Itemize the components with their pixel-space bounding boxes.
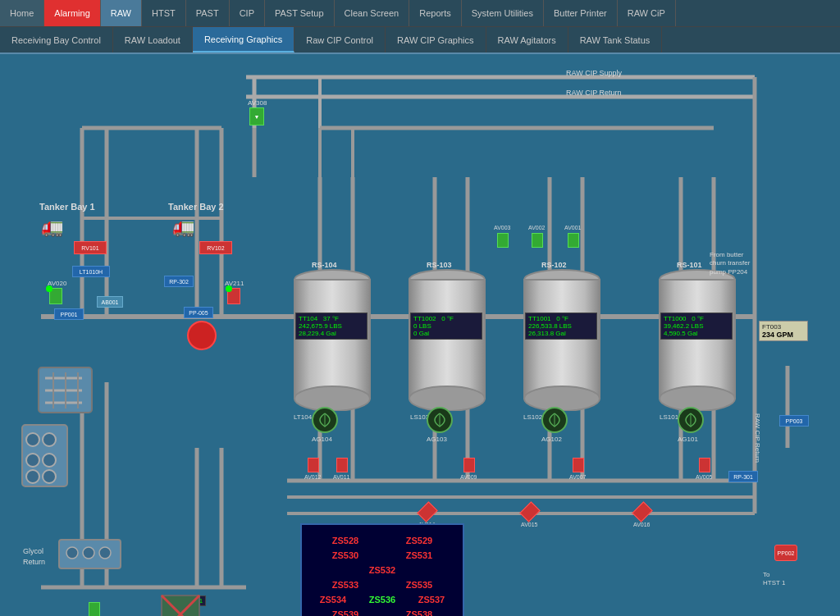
status-row-2: ZS530 ZS531 (308, 550, 456, 561)
top-navigation: Home Alarming RAW HTST PAST CIP PAST Set… (0, 0, 840, 27)
svg-point-59 (43, 470, 56, 483)
nav-reports[interactable]: Reports (409, 0, 462, 26)
pp003[interactable]: PP003 (779, 415, 809, 427)
gpm-value: 234 GPM (762, 331, 805, 339)
av012-label: AV012 (304, 474, 322, 480)
rv101[interactable]: RV101 (74, 241, 107, 254)
rv102[interactable]: RV102 (199, 241, 232, 254)
subnav-raw-loadout[interactable]: RAW Loadout (113, 27, 193, 52)
rs103-label: RS-103 (427, 261, 452, 269)
lt104-label: LT104 (294, 413, 312, 421)
nav-home[interactable]: Home (0, 0, 44, 26)
agitator-ag102[interactable] (541, 407, 568, 433)
av016-label: AV016 (633, 522, 651, 527)
nav-past-setup[interactable]: PAST Setup (265, 0, 335, 26)
valve-av001[interactable] (568, 233, 579, 248)
rs101-label: RS-101 (677, 261, 702, 269)
ag103-label: AG103 (427, 436, 447, 443)
valve-av002[interactable] (532, 233, 543, 248)
svg-point-55 (43, 433, 56, 446)
led-av020 (46, 285, 52, 292)
nav-raw-cip[interactable]: RAW CiP (618, 0, 676, 26)
zs528[interactable]: ZS528 (329, 535, 362, 546)
zs539[interactable]: ZS539 (329, 609, 362, 616)
truck-icon-bay1: 🚛 (41, 217, 63, 238)
zs530[interactable]: ZS530 (329, 550, 362, 561)
truck-icon-bay2: 🚛 (172, 217, 194, 238)
nav-alarming[interactable]: Alarming (44, 0, 100, 26)
zs532[interactable]: ZS532 (366, 564, 399, 576)
svg-point-58 (26, 470, 39, 483)
av002-label: AV002 (528, 225, 546, 230)
tank-rs102[interactable]: TT1001 0 °F 226,533.8 LBS 26,313.8 Gal (521, 267, 603, 411)
ft003-display[interactable]: FT003 234 GPM (759, 321, 808, 341)
tanker-bay-2-label: Tanker Bay 2 (168, 202, 224, 212)
valve-av007[interactable] (573, 458, 584, 472)
tank-rs104-data: TT104 37 °F 242,675.9 LBS 28,229.4 Gal (295, 313, 368, 340)
zs529[interactable]: ZS529 (403, 535, 436, 546)
pump-pp005[interactable] (187, 321, 217, 350)
zs538[interactable]: ZS538 (403, 609, 436, 616)
zs533[interactable]: ZS533 (329, 579, 362, 591)
agitator-ag104[interactable] (312, 407, 338, 433)
status-row-6: ZS539 ZS538 (308, 609, 456, 616)
raw-cip-supply-label: RAW CIP Supply (566, 69, 622, 77)
nav-cip[interactable]: CIP (230, 0, 265, 26)
zs535[interactable]: ZS535 (403, 579, 436, 591)
ag101-label: AG101 (678, 436, 698, 443)
valve-av011[interactable] (336, 458, 348, 472)
tank-rs101[interactable]: TT1000 0 °F 39,462.2 LBS 4,590.5 Gal (656, 267, 738, 411)
av009-label: AV009 (460, 474, 477, 480)
valve-av012[interactable] (308, 458, 319, 472)
subnav-raw-tank-status[interactable]: RAW Tank Status (568, 27, 663, 52)
agitator-ag101[interactable] (678, 407, 704, 433)
zs537[interactable]: ZS537 (415, 594, 448, 605)
subnav-raw-cip-graphics[interactable]: RAW CIP Graphics (386, 27, 486, 52)
nav-past[interactable]: PAST (186, 0, 230, 26)
valve-av003[interactable] (497, 233, 509, 248)
tank-rs103[interactable]: TT1002 0 °F 0 LBS 0 Gal (406, 267, 488, 411)
svg-point-62 (83, 547, 94, 559)
pp002[interactable]: PP002 (774, 545, 797, 561)
status-row-4: ZS533 ZS535 (308, 579, 456, 591)
subnav-receiving-bay-control[interactable]: Receiving Bay Control (0, 27, 113, 52)
valve-av308[interactable]: ▼ (249, 107, 264, 125)
nav-system-utilities[interactable]: System Utilities (462, 0, 544, 26)
av003-label: AV003 (494, 225, 511, 230)
zs531[interactable]: ZS531 (403, 550, 436, 561)
pipe-connectors-left (21, 423, 70, 489)
subnav-raw-agitators[interactable]: RAW Agitators (486, 27, 568, 52)
rs102-label: RS-102 (541, 261, 567, 269)
to-htst-label: ToHTST 1 (763, 571, 785, 588)
rp302[interactable]: RP-302 (164, 276, 194, 287)
butter-churn-label: From butterchurn transferpump PP204 (710, 251, 750, 276)
nav-raw[interactable]: RAW (101, 0, 142, 26)
valve-av005[interactable] (699, 458, 710, 472)
glycol-return-label: GlycolReturn (23, 546, 45, 567)
pp001[interactable]: PP001 (54, 308, 84, 320)
bottom-pipe-connectors (57, 538, 123, 571)
ab001[interactable]: AB001 (97, 296, 123, 308)
valve-av232[interactable] (89, 602, 100, 616)
nav-htst[interactable]: HTST (142, 0, 186, 26)
zs536[interactable]: ZS536 (366, 594, 399, 605)
tank-rs103-data: TT1002 0 °F 0 LBS 0 Gal (410, 313, 482, 340)
valve-av009[interactable] (463, 458, 475, 472)
rp301[interactable]: RP-301 (728, 471, 758, 482)
av007-label: AV007 (569, 474, 587, 480)
svg-point-44 (524, 386, 600, 411)
lt1010h[interactable]: LT1010H (72, 266, 110, 277)
subnav-receiving-graphics[interactable]: Receiving Graphics (193, 27, 294, 52)
svg-point-57 (43, 454, 56, 467)
tanker-bay-1-label: Tanker Bay 1 (39, 202, 95, 212)
svg-point-61 (66, 547, 78, 559)
status-row-5: ZS534 ZS536 ZS537 (308, 594, 456, 605)
av015-label: AV015 (521, 522, 538, 527)
agitator-ag103[interactable] (427, 407, 453, 433)
zs534[interactable]: ZS534 (317, 594, 349, 605)
subnav-raw-cip-control[interactable]: Raw CIP Control (294, 27, 386, 52)
tank-rs104[interactable]: TT104 37 °F 242,675.9 LBS 28,229.4 Gal (291, 267, 373, 411)
nav-clean-screen[interactable]: Clean Screen (335, 0, 410, 26)
main-content: RAW CIP Supply RAW CIP Return ▼ AV308 Ta… (0, 54, 840, 616)
nav-butter-printer[interactable]: Butter Printer (544, 0, 618, 26)
